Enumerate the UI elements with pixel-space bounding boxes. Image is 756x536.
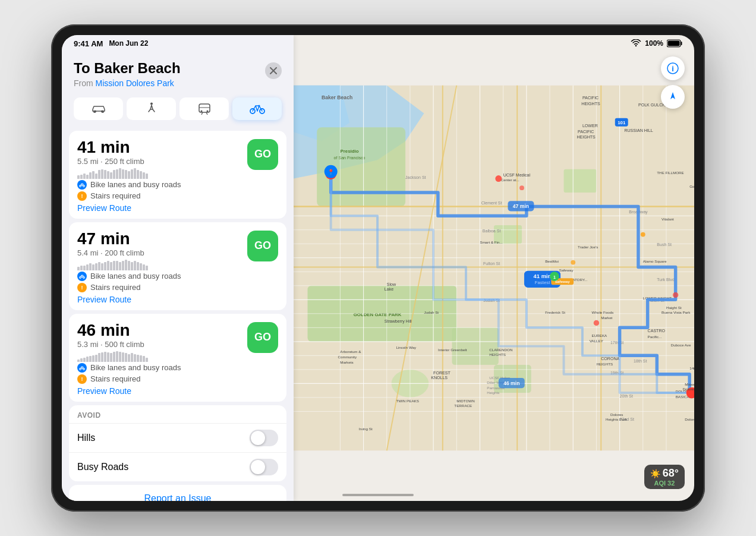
svg-text:Markets: Markets: [340, 360, 353, 364]
elevation-bar: [107, 352, 109, 362]
svg-text:UCSF Medical: UCSF Medical: [503, 173, 531, 177]
elevation-bar: [131, 262, 133, 270]
svg-text:FOREST: FOREST: [433, 371, 451, 375]
svg-text:Pacific...: Pacific...: [648, 335, 662, 339]
svg-text:RUSSIAN HILL: RUSSIAN HILL: [624, 128, 653, 133]
svg-text:HEIGHTS: HEIGHTS: [577, 135, 596, 139]
warning-text-stairs-2: Stairs required: [90, 283, 141, 292]
elevation-bar: [89, 172, 92, 179]
elevation-bar: [110, 353, 112, 361]
svg-text:Dolores Park: Dolores Park: [682, 387, 694, 391]
device-screen: 9:41 AM Mon Jun 22 100%: [62, 35, 694, 501]
map-info-button[interactable]: i: [661, 56, 685, 80]
warning-text-bike-2: Bike lanes and busy roads: [90, 272, 181, 280]
preview-route-3[interactable]: Preview Route: [77, 386, 241, 396]
svg-point-10: [200, 110, 202, 112]
go-label-2: GO: [254, 239, 271, 252]
hills-toggle[interactable]: [250, 430, 278, 446]
svg-point-158: [571, 260, 575, 265]
svg-text:101: 101: [618, 120, 626, 125]
report-issue-section[interactable]: Report an Issue: [69, 485, 286, 501]
svg-text:Market: Market: [601, 316, 612, 320]
elevation-bar: [83, 266, 86, 270]
map-location-button[interactable]: [661, 85, 685, 109]
elevation-bar: [119, 168, 121, 179]
map-container[interactable]: Presidio of San Francisco GOLDEN GATE PA…: [294, 35, 694, 501]
elevation-bar: [92, 171, 94, 179]
elevation-bar: [146, 358, 148, 362]
svg-text:TWIN PEAKS: TWIN PEAKS: [396, 399, 419, 403]
svg-point-16: [258, 105, 260, 106]
svg-text:Buena Vista Park: Buena Vista Park: [662, 310, 691, 314]
svg-text:Frederick St: Frederick St: [545, 310, 565, 314]
svg-text:EUREKA: EUREKA: [592, 333, 608, 338]
elevation-bar: [101, 169, 103, 179]
busy-roads-toggle[interactable]: [250, 459, 278, 475]
svg-rect-30: [564, 169, 597, 193]
warning-dot-yellow-2: !: [77, 283, 87, 292]
svg-text:Fulton St: Fulton St: [483, 261, 500, 266]
preview-route-2[interactable]: Preview Route: [77, 295, 241, 304]
tab-walk[interactable]: [127, 97, 176, 120]
elevation-bar: [140, 171, 142, 179]
warning-stairs-3: ! Stairs required: [77, 374, 241, 384]
go-button-3[interactable]: GO: [247, 322, 278, 353]
go-label-1: GO: [254, 148, 271, 160]
elevation-bar: [125, 260, 127, 270]
busy-roads-toggle-knob: [251, 460, 265, 474]
route-details-1: 5.5 mi · 250 ft climb: [77, 157, 241, 166]
go-label-3: GO: [254, 331, 271, 343]
route-card-1-main: 41 min 5.5 mi · 250 ft climb: [77, 139, 278, 213]
elevation-bar: [146, 174, 148, 179]
go-button-2[interactable]: GO: [247, 231, 278, 261]
svg-text:TERRACE: TERRACE: [454, 403, 472, 408]
close-button[interactable]: [265, 62, 282, 79]
status-date: Mon Jun 22: [109, 39, 148, 48]
svg-text:Heights: Heights: [487, 390, 499, 395]
elevation-bar: [80, 266, 83, 270]
elevation-bar: [92, 355, 94, 362]
bike-small-icon-1: [79, 182, 85, 188]
weather-badge: ☀️ 68° AQI 32: [644, 465, 685, 489]
avoid-item-hills: Hills: [69, 423, 286, 452]
weather-temperature: 68°: [663, 467, 679, 480]
route-card-3: 46 min 5.3 mi · 500 ft climb: [69, 314, 286, 402]
route-info-1: 41 min 5.5 mi · 250 ft climb: [77, 139, 241, 213]
elevation-bar: [101, 352, 103, 362]
elevation-bar: [98, 262, 100, 270]
warning-text-stairs-3: Stairs required: [90, 374, 141, 383]
elevation-bar: [146, 266, 148, 270]
elevation-bar: [77, 175, 80, 178]
elevation-bar: [134, 354, 136, 362]
route-warnings-1: Bike lanes and busy roads ! Stairs requi…: [77, 180, 241, 201]
elevation-bar: [134, 168, 136, 179]
avoid-item-busy-roads: Busy Roads: [69, 452, 286, 481]
go-button-1[interactable]: GO: [247, 139, 278, 170]
svg-text:Clement St: Clement St: [481, 201, 502, 205]
svg-text:46 min: 46 min: [503, 380, 519, 386]
routes-container: 41 min 5.5 mi · 250 ft climb: [62, 125, 294, 501]
svg-text:Arboretum &: Arboretum &: [340, 349, 361, 354]
tab-transit[interactable]: [179, 97, 229, 120]
tab-car[interactable]: [74, 97, 123, 120]
svg-text:THE FILLMORE: THE FILLMORE: [657, 171, 684, 175]
svg-text:Safeway: Safeway: [559, 268, 574, 272]
svg-point-5: [94, 110, 96, 112]
route-warnings-2: Bike lanes and busy roads ! Stairs requi…: [77, 272, 241, 292]
tab-bike[interactable]: [232, 97, 282, 120]
preview-route-1[interactable]: Preview Route: [77, 203, 241, 213]
from-place-link[interactable]: Mission Dolores Park: [96, 78, 174, 88]
elevation-bar: [113, 261, 115, 270]
svg-rect-2: [668, 41, 680, 46]
svg-text:PACIFIC: PACIFIC: [578, 130, 594, 134]
elevation-bar: [107, 171, 109, 179]
route-details-2: 5.4 mi · 200 ft climb: [77, 248, 241, 257]
svg-rect-1: [681, 42, 682, 45]
elevation-bar: [137, 355, 139, 362]
svg-text:Jackson St: Jackson St: [405, 175, 426, 179]
svg-text:HEIGHTS: HEIGHTS: [581, 102, 600, 106]
map-svg: Presidio of San Francisco GOLDEN GATE PA…: [294, 35, 694, 501]
warning-dot-blue-1: [77, 180, 87, 190]
svg-text:HEIGHTS: HEIGHTS: [596, 362, 613, 366]
warning-dot-yellow-3: !: [77, 374, 87, 384]
